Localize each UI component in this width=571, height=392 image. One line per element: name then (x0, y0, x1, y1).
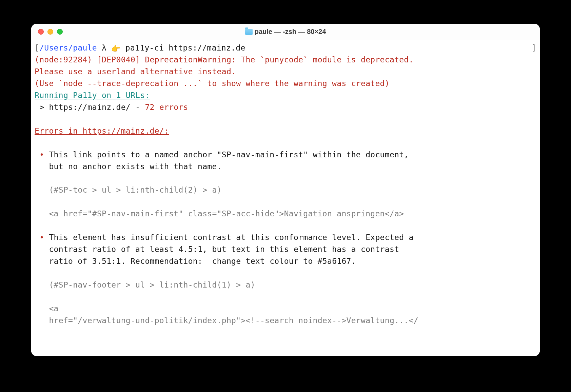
deprecation-line1: (node:92284) [DEP0040] DeprecationWarnin… (35, 55, 414, 64)
error-snippet: <a href="/verwaltung-und-politik/index.p… (35, 304, 418, 325)
title-text: paule — -zsh — 80×24 (255, 28, 326, 36)
error-bullet: • (35, 150, 49, 159)
prompt-path: /Users/paule (39, 43, 97, 52)
result-prefix: > (35, 103, 49, 112)
result-errors: 72 errors (145, 103, 188, 112)
close-icon[interactable] (38, 29, 44, 35)
error-selector: (#SP-nav-footer > ul > li:nth-child(1) >… (35, 280, 255, 289)
result-url: https://mainz.de/ (49, 103, 131, 112)
prompt-command: pa11y-ci https://mainz.de (121, 43, 245, 52)
title-bar[interactable]: paule — -zsh — 80×24 (31, 24, 540, 40)
pointer-icon: 👉 (111, 43, 120, 54)
minimize-icon[interactable] (47, 29, 53, 35)
deprecation-line3: (Use `node --trace-deprecation ...` to s… (35, 79, 390, 88)
fullscreen-icon[interactable] (57, 29, 63, 35)
terminal-output[interactable]: [/Users/paule λ 👉 pa11y-ci https://mainz… (31, 40, 540, 356)
result-dash: - (131, 103, 145, 112)
prompt-close-bracket: ] (532, 42, 536, 54)
prompt-open-bracket: [ (35, 43, 39, 52)
deprecation-line2: Please use a userland alternative instea… (35, 67, 236, 76)
error-selector: (#SP-toc > ul > li:nth-child(2) > a) (35, 185, 222, 194)
folder-icon (245, 29, 253, 35)
terminal-window: paule — -zsh — 80×24 [/Users/paule λ 👉 p… (31, 24, 540, 356)
error-text: This element has insufficient contrast a… (35, 233, 414, 266)
errors-header: Errors in https://mainz.de/: (35, 126, 169, 135)
error-bullet: • (35, 233, 49, 242)
traffic-lights (31, 29, 63, 35)
window-title: paule — -zsh — 80×24 (31, 28, 540, 36)
prompt-lambda: λ (97, 43, 111, 52)
running-header: Running Pa11y on 1 URLs: (35, 91, 150, 100)
error-snippet: <a href="#SP-nav-main-first" class="SP-a… (35, 209, 404, 218)
error-text: This link points to a named anchor "SP-n… (35, 150, 409, 171)
